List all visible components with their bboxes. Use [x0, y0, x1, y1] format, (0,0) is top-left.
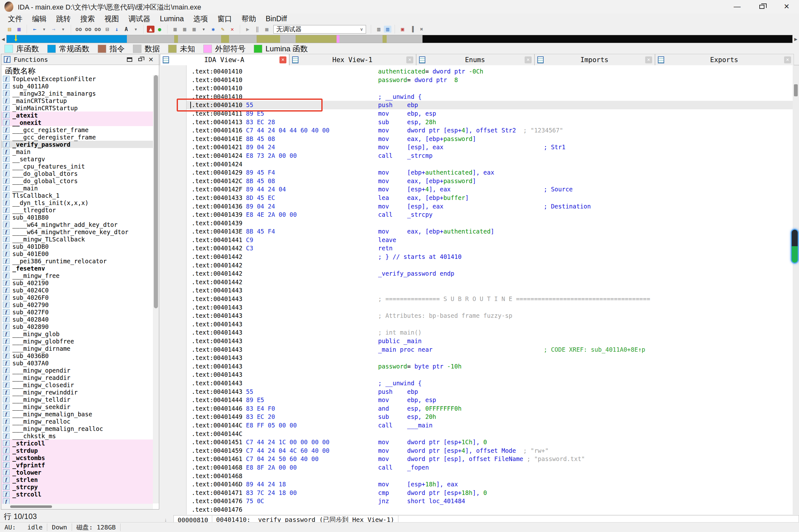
tab-imports[interactable]: Imports✕: [534, 54, 655, 65]
close-tab-icon[interactable]: ✕: [645, 56, 652, 63]
search-sequence-icon[interactable]: oo: [93, 25, 102, 33]
disasm-row[interactable]: .text:0040144C: [160, 430, 793, 438]
disasm-row[interactable]: .text:00401442: [160, 278, 793, 286]
disasm-row[interactable]: .text:00401459 C7 44 24 04 4C 60 40 00mo…: [160, 446, 793, 455]
disasm-row[interactable]: .text:00401443; __unwind {: [160, 379, 793, 387]
functions-close-button[interactable]: ✕: [146, 55, 157, 64]
menu-windows[interactable]: 窗口: [213, 13, 237, 24]
function-item[interactable]: fsub_4027F0: [1, 308, 153, 316]
disasm-row[interactable]: .text:00401442_verify_password endp: [160, 269, 793, 278]
tab-enums[interactable]: Enums✕: [416, 54, 534, 65]
navigate-forward-menu-icon[interactable]: ▾: [59, 25, 68, 33]
disasm-row[interactable]: .text:00401443; =============== S U B R …: [160, 295, 793, 303]
analysis-indicator-icon[interactable]: ●: [155, 25, 164, 33]
disasm-row[interactable]: .text:00401461 C7 04 24 50 60 40 00mov d…: [160, 455, 793, 463]
disasm-row[interactable]: .text:00401443: [160, 354, 793, 362]
disasm-row[interactable]: .text:00401436 89 04 24mov [esp], eax; D…: [160, 202, 793, 211]
function-item[interactable]: f___cpu_features_init: [1, 163, 153, 170]
functions-maximize-button[interactable]: [124, 55, 135, 64]
function-item[interactable]: f___mingw_rewinddir: [1, 388, 153, 396]
disasm-row[interactable]: .text:00401468: [160, 472, 793, 480]
debug-stop-icon[interactable]: ■: [262, 25, 271, 33]
function-item[interactable]: fsub_4036B0: [1, 352, 153, 359]
overlay-scroll-widget[interactable]: [791, 229, 799, 264]
function-item[interactable]: f___gcc_deregister_frame: [1, 133, 153, 141]
function-item[interactable]: f____w64_mingwthr_add_key_dtor: [1, 221, 153, 228]
function-item[interactable]: f___mingw_globfree: [1, 338, 153, 345]
remote-debug-icon[interactable]: ▥: [374, 25, 383, 33]
function-item[interactable]: f_tolower: [1, 469, 153, 476]
navigate-back-menu-icon[interactable]: ▾: [40, 25, 49, 33]
function-item[interactable]: fsub_4011A0: [1, 82, 153, 90]
function-item[interactable]: f_WinMainCRTStartup: [1, 104, 153, 112]
function-item[interactable]: f_stricoll: [1, 439, 153, 447]
print-icon[interactable]: ⊟: [103, 25, 112, 33]
disasm-row[interactable]: .text:00401413 83 EC 28sub esp, 28h: [160, 118, 793, 127]
navigate-forward-icon[interactable]: →: [49, 25, 58, 33]
create-menu-icon[interactable]: ▾: [199, 25, 208, 33]
font-menu-icon[interactable]: ▾: [131, 25, 140, 33]
menu-debugger[interactable]: 调试器: [124, 13, 155, 24]
disasm-row[interactable]: .text:00401424: [160, 160, 793, 169]
close-button[interactable]: ✕: [774, 0, 799, 13]
disasm-row[interactable]: .text:00401439: [160, 219, 793, 228]
debugger-select[interactable]: 无调试器∨: [273, 25, 366, 34]
terminate-icon[interactable]: ✖: [417, 25, 426, 33]
local-debug-icon[interactable]: ▥: [384, 26, 392, 33]
disasm-row[interactable]: .text:00401424 E8 73 2A 00 00call _strcm…: [160, 151, 793, 160]
restore-button[interactable]: [749, 0, 774, 13]
functions-restore-button[interactable]: [135, 55, 146, 64]
function-item[interactable]: f___do_global_ctors: [1, 177, 153, 185]
minimize-button[interactable]: —: [725, 0, 749, 13]
close-tab-icon[interactable]: ✕: [406, 56, 413, 63]
tab-ida-view-a[interactable]: IDA View-A✕: [160, 54, 289, 65]
function-item[interactable]: f__setargv: [1, 155, 153, 163]
disasm-vscrollbar[interactable]: [793, 65, 799, 515]
function-item[interactable]: f___mingw_readdir: [1, 374, 153, 381]
debug-start-icon[interactable]: ▶: [243, 25, 252, 33]
debug-pause-icon[interactable]: ‖: [253, 25, 262, 33]
jump-address-icon[interactable]: ↓: [112, 25, 121, 33]
menu-view[interactable]: 视图: [99, 13, 124, 24]
disasm-row[interactable]: .text:00401446 83 E4 F0and esp, 0FFFFFFF…: [160, 404, 793, 413]
functions-hscrollbar[interactable]: [1, 504, 153, 509]
disasm-row[interactable]: .text:0040141E 8B 45 08mov eax, [ebp+pas…: [160, 135, 793, 143]
disasm-row[interactable]: ∨.text:00401410 55push ebp: [160, 101, 793, 109]
disasm-row[interactable]: .text:00401476 75 0Cjnz short loc_401484: [160, 497, 793, 506]
disasm-row[interactable]: .text:00401468 E8 8F 2A 00 00call _fopen: [160, 463, 793, 472]
function-item[interactable]: f_strcpy: [1, 483, 153, 491]
function-item[interactable]: f___mingw_opendir: [1, 367, 153, 374]
disasm-row[interactable]: .text:00401443: [160, 303, 793, 312]
function-item[interactable]: f___mingw_dirname: [1, 345, 153, 352]
function-item[interactable]: f_wcstombs: [1, 454, 153, 461]
function-item[interactable]: fsub_4037A0: [1, 359, 153, 367]
function-item[interactable]: f___mingw_memalign_realloc: [1, 425, 153, 432]
tab-hex-view-1[interactable]: Hex View-1✕: [289, 54, 416, 65]
disasm-row[interactable]: .text:00401433 8D 45 EClea eax, [ebp+buf…: [160, 194, 793, 202]
navband-left-arrow-icon[interactable]: ◀: [1, 36, 6, 42]
disasm-row[interactable]: .text:0040146D 89 44 24 18mov [esp+18h],…: [160, 480, 793, 489]
problems-icon[interactable]: ▲: [147, 26, 155, 33]
function-item[interactable]: fsub_402190: [1, 279, 153, 286]
function-item[interactable]: f___gcc_register_frame: [1, 126, 153, 133]
disasm-row[interactable]: .text:00401443: [160, 286, 793, 295]
create-struct-icon[interactable]: ▦: [171, 25, 180, 33]
navigate-back-icon[interactable]: ←: [30, 25, 39, 33]
function-item[interactable]: fsub_402890: [1, 323, 153, 330]
disasm-row[interactable]: .text:00401451 C7 44 24 1C 00 00 00 00mo…: [160, 438, 793, 446]
function-item[interactable]: fsub_402840: [1, 316, 153, 323]
menu-bindiff[interactable]: BinDiff: [261, 13, 291, 24]
disasm-row[interactable]: .text:0040144C E8 FF 05 00 00call ___mai…: [160, 421, 793, 430]
menu-edit[interactable]: 编辑: [27, 13, 51, 24]
navband-right-arrow-icon[interactable]: ▶: [793, 36, 798, 42]
menu-search[interactable]: 搜索: [75, 13, 99, 24]
function-item[interactable]: f___mingw_seekdir: [1, 403, 153, 410]
navband-strip[interactable]: [6, 35, 793, 43]
function-item[interactable]: f___mingw_closedir: [1, 381, 153, 388]
function-item[interactable]: fsub_402790: [1, 301, 153, 308]
disasm-row[interactable]: .text:00401443; Attributes: bp-based fra…: [160, 311, 793, 320]
function-item[interactable]: f____w64_mingwthr_remove_key_dtor: [1, 228, 153, 235]
search-text-icon[interactable]: oo: [84, 25, 93, 33]
function-item[interactable]: f_verify_password: [1, 141, 153, 148]
disasm-row[interactable]: .text:00401442; } // starts at 401410: [160, 252, 793, 261]
